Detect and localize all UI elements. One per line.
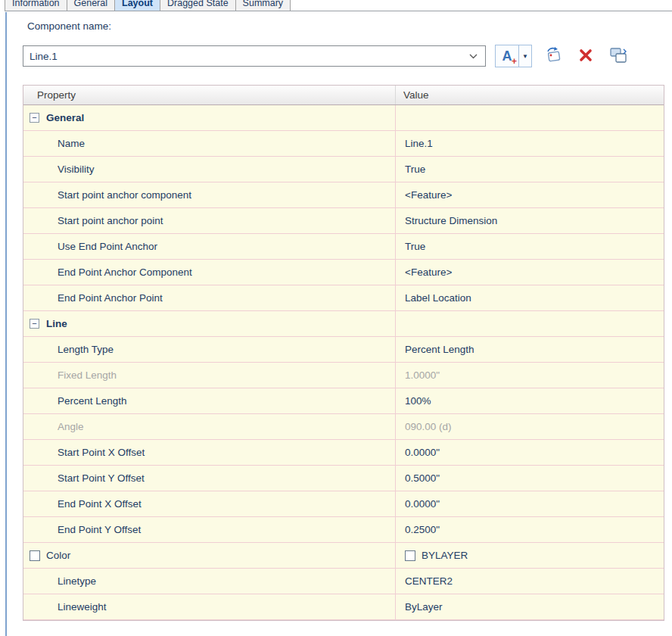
property-value-cell[interactable]: Percent Length [396, 337, 664, 362]
property-row[interactable]: NameLine.1 [23, 131, 664, 157]
property-value-cell[interactable]: BYLAYER [396, 543, 664, 568]
dialog-left-edge [5, 12, 7, 636]
property-name: End Point X Offset [58, 498, 142, 510]
property-row[interactable]: Percent Length100% [23, 388, 664, 414]
color-swatch[interactable] [30, 550, 40, 561]
tab-general[interactable]: General [67, 0, 115, 11]
property-value-cell[interactable]: <Feature> [396, 182, 664, 207]
property-value-cell[interactable]: True [396, 234, 664, 259]
property-value: <Feature> [405, 267, 452, 278]
property-row[interactable]: End Point Anchor Component<Feature> [23, 260, 664, 285]
property-name: Name [58, 138, 85, 149]
property-value: 0.0000" [405, 498, 440, 510]
property-value: <Feature> [405, 189, 452, 201]
property-row[interactable]: Start Point Y Offset0.5000" [23, 466, 664, 491]
group-label: Line [46, 318, 67, 329]
property-value: Structure Dimension [405, 215, 497, 226]
property-row[interactable]: Angle090.00 (d) [23, 414, 664, 440]
component-draw-order-button[interactable] [607, 45, 630, 67]
property-name: Start Point Y Offset [58, 472, 145, 484]
chevron-down-icon[interactable] [468, 52, 479, 61]
property-value-cell[interactable]: 0.0000" [396, 491, 664, 516]
property-name: Fixed Length [58, 369, 117, 381]
property-name: Angle [58, 421, 84, 432]
property-value: 100% [405, 395, 431, 407]
color-swatch[interactable] [405, 550, 415, 561]
property-value-cell[interactable]: 0.2500" [396, 517, 664, 542]
delete-component-icon [578, 48, 593, 65]
property-value: Label Location [405, 292, 471, 304]
property-value: 0.0000" [405, 447, 440, 458]
copy-component-button[interactable] [542, 45, 565, 67]
component-name-select[interactable]: Line.1 [23, 45, 486, 67]
property-name: End Point Anchor Point [58, 292, 163, 304]
property-value-cell[interactable]: Structure Dimension [396, 208, 664, 233]
property-value-cell[interactable]: CENTER2 [396, 569, 664, 594]
property-name: End Point Anchor Component [58, 267, 192, 278]
property-row[interactable]: Length TypePercent Length [23, 337, 664, 363]
property-name: Visibility [58, 164, 95, 175]
add-component-icon: A [502, 49, 512, 63]
tab-layout[interactable]: Layout [115, 0, 160, 11]
property-row[interactable]: ColorBYLAYER [23, 543, 664, 569]
group-row[interactable]: −Line [23, 311, 664, 337]
property-value: 0.2500" [405, 524, 440, 535]
property-row[interactable]: LinetypeCENTER2 [23, 569, 664, 594]
property-value-cell[interactable]: 0.0000" [396, 440, 664, 465]
draw-order-icon [609, 47, 627, 66]
property-value-cell[interactable]: ByLayer [396, 594, 664, 619]
collapse-minus-icon[interactable]: − [30, 113, 39, 123]
property-value: Percent Length [405, 344, 474, 355]
property-name: Percent Length [58, 395, 127, 407]
add-component-dropdown-button[interactable]: ▼ [519, 45, 532, 67]
property-value-cell[interactable]: Line.1 [396, 131, 664, 156]
property-name: Color [46, 550, 70, 561]
collapse-minus-icon[interactable]: − [30, 319, 39, 329]
property-value-cell[interactable]: True [396, 157, 664, 182]
property-value-cell[interactable]: 090.00 (d) [396, 414, 664, 439]
property-value-cell[interactable]: 1.0000" [396, 363, 664, 388]
property-value-cell[interactable]: Label Location [396, 285, 664, 310]
tab-strip: Information General Layout Dragged State… [5, 0, 672, 11]
tab-summary[interactable]: Summary [236, 0, 291, 11]
property-name: Length Type [58, 344, 114, 355]
property-row[interactable]: Start Point X Offset0.0000" [23, 440, 664, 466]
property-row[interactable]: VisibilityTrue [23, 157, 664, 182]
property-row[interactable]: Start point anchor component<Feature> [23, 182, 664, 208]
property-value: 1.0000" [405, 369, 440, 381]
property-value-cell[interactable]: 0.5000" [396, 466, 664, 491]
component-name-value: Line.1 [30, 51, 58, 62]
property-name: Linetype [58, 575, 96, 587]
component-toolbar: A + ▼ [495, 44, 630, 68]
column-header-value: Value [396, 86, 664, 104]
property-row[interactable]: Start point anchor pointStructure Dimens… [23, 208, 664, 234]
add-component-splitbutton: A + ▼ [495, 45, 532, 67]
property-name: Start point anchor component [58, 189, 191, 201]
tab-information[interactable]: Information [5, 0, 67, 11]
dropdown-arrow-icon: ▼ [522, 53, 528, 60]
property-row[interactable]: End Point Anchor PointLabel Location [23, 285, 664, 311]
property-row[interactable]: LineweightByLayer [23, 594, 664, 620]
property-value: 090.00 (d) [405, 421, 452, 432]
property-row[interactable]: End Point X Offset0.0000" [23, 491, 664, 517]
add-component-button[interactable]: A + [495, 45, 519, 67]
property-row[interactable]: Use End Point AnchorTrue [23, 234, 664, 260]
group-row[interactable]: −General [23, 105, 664, 131]
property-value-cell[interactable]: 100% [396, 388, 664, 413]
property-row[interactable]: End Point Y Offset0.2500" [23, 517, 664, 543]
property-row[interactable]: Fixed Length1.0000" [23, 363, 664, 388]
property-value-cell[interactable]: <Feature> [396, 260, 664, 285]
column-header-property: Property [23, 86, 396, 104]
property-value: ByLayer [405, 601, 443, 613]
property-name: End Point Y Offset [58, 524, 141, 535]
tab-dragged-state[interactable]: Dragged State [160, 0, 236, 11]
property-value: BYLAYER [422, 550, 468, 561]
property-value: True [405, 241, 425, 252]
property-value: True [405, 164, 425, 175]
property-name: Lineweight [58, 601, 107, 613]
label-style-composer-layout-panel: Information General Layout Dragged State… [0, 0, 672, 636]
property-value: Line.1 [405, 138, 433, 149]
property-name: Start point anchor point [58, 215, 163, 226]
property-name: Use End Point Anchor [58, 241, 157, 252]
delete-component-button[interactable] [574, 45, 597, 67]
